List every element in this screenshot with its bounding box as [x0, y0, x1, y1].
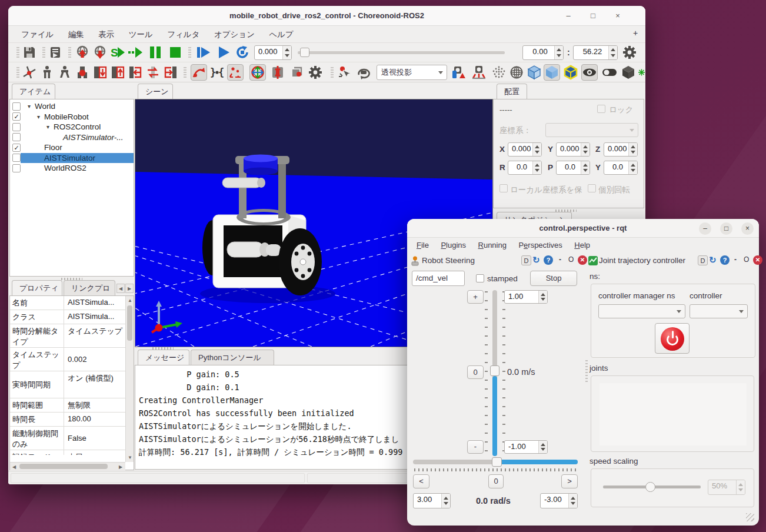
property-row[interactable]: 時間長180.00	[10, 413, 125, 427]
playback-play-button[interactable]	[215, 44, 232, 61]
minimize-button[interactable]: –	[563, 11, 574, 21]
robot-posture-button[interactable]	[39, 64, 55, 81]
minimize-button[interactable]: –	[699, 222, 711, 235]
scroll-down-button[interactable]: ▼	[127, 454, 133, 461]
pose-swap-button[interactable]	[145, 64, 161, 81]
base-link-target-button[interactable]	[249, 64, 266, 81]
sim-time-spinbox[interactable]: 0.000	[254, 45, 292, 60]
menu-edit[interactable]: 編集	[62, 27, 90, 42]
menu-perspectives[interactable]: Perspectives	[514, 240, 567, 251]
toolbar-grip[interactable]	[188, 47, 191, 59]
tab-link-properties[interactable]: リンクプロ	[64, 280, 115, 297]
playback-reset-button[interactable]	[234, 44, 251, 61]
expander-icon[interactable]: ▾	[44, 124, 52, 130]
joints-list[interactable]	[600, 383, 747, 445]
playback-step-button[interactable]	[195, 44, 212, 61]
toolbar-grip[interactable]	[16, 47, 19, 59]
highlight-button[interactable]	[562, 64, 579, 81]
tab-placement[interactable]: 配置	[497, 84, 527, 100]
dock-close-button[interactable]: ✕	[753, 255, 762, 265]
speed-spinbox[interactable]: 50%	[708, 480, 745, 495]
h-scroll-thumb[interactable]	[19, 464, 108, 469]
toolbar-grip[interactable]	[184, 67, 186, 79]
coord-frame-select[interactable]	[545, 123, 638, 137]
linear-zero-button[interactable]: 0	[467, 365, 484, 379]
resize-grip[interactable]	[746, 513, 754, 521]
z-spinbox[interactable]: 0.000	[604, 142, 638, 157]
simulation-pause-button[interactable]	[147, 44, 164, 61]
lock-checkbox[interactable]	[597, 105, 605, 113]
roll-spinbox[interactable]: 0.0	[508, 161, 542, 175]
angular-slider[interactable]	[413, 460, 578, 464]
angular-min-spinbox[interactable]: -3.00	[540, 493, 578, 508]
dock-splitter[interactable]	[585, 360, 588, 384]
scene-pick-button[interactable]	[337, 64, 353, 81]
tree-item-floor[interactable]: ✓ Floor	[10, 142, 134, 153]
tab-scene[interactable]: シーン	[138, 84, 173, 100]
collision-detect-button[interactable]	[269, 64, 286, 81]
wire-cube-button[interactable]	[526, 64, 542, 81]
property-row[interactable]: 時間範囲無制限	[10, 398, 125, 413]
property-row[interactable]: クラスAISTSimula...	[10, 310, 125, 324]
pose-copy-button[interactable]	[127, 64, 144, 81]
menu-file[interactable]: File	[412, 240, 434, 251]
stop-button[interactable]: Stop	[530, 271, 577, 286]
trajectory-edit-button[interactable]	[191, 64, 207, 81]
v-scrollbar[interactable]: ▲ ▼	[125, 296, 134, 462]
close-button[interactable]: ×	[612, 11, 623, 21]
time-bar-config-button[interactable]	[621, 44, 638, 61]
scene-rotate-button[interactable]	[355, 64, 372, 81]
linear-plus-button[interactable]: +	[467, 290, 484, 304]
scatter-move-button[interactable]	[227, 64, 244, 81]
individual-rotation-checkbox[interactable]	[588, 184, 596, 192]
local-coord-checkbox[interactable]	[499, 184, 508, 192]
center-of-mass-button[interactable]	[74, 64, 91, 81]
angular-zero-button[interactable]: 0	[488, 474, 504, 488]
menu-plus-button[interactable]: +	[633, 28, 638, 38]
simulation-stop-button[interactable]	[167, 44, 184, 61]
simulation-start-button[interactable]: S	[109, 44, 126, 61]
dock-restore-button[interactable]: O	[568, 255, 574, 264]
body-config-button[interactable]	[307, 64, 324, 81]
robot-squat-button[interactable]	[56, 64, 73, 81]
dock-dock-button[interactable]: D	[521, 255, 531, 265]
time-slider[interactable]	[298, 51, 505, 54]
linear-min-spinbox[interactable]: -1.00	[504, 440, 548, 454]
maximize-button[interactable]: □	[720, 222, 732, 235]
menu-tools[interactable]: ツール	[123, 27, 159, 42]
save-project-button[interactable]	[21, 44, 38, 61]
dock-minimize-button[interactable]: -	[734, 255, 737, 264]
item-checkbox[interactable]	[12, 102, 21, 111]
menu-file[interactable]: ファイル	[15, 27, 59, 42]
dock-help-icon[interactable]: ?	[544, 255, 553, 265]
menu-filter[interactable]: フィルタ	[161, 27, 205, 42]
dock-reload-icon[interactable]: ↻	[532, 255, 540, 265]
tree-item-aistsimulator[interactable]: AISTSimulator	[10, 153, 134, 164]
tree-item-aistsimulator-sub[interactable]: AISTSimulator-...	[10, 132, 134, 143]
dock-help-icon[interactable]: ?	[720, 255, 730, 265]
dock-minimize-button[interactable]: -	[559, 255, 561, 264]
camera-capture-button[interactable]	[451, 64, 467, 81]
item-checkbox[interactable]: ✓	[12, 112, 21, 121]
expander-icon[interactable]: ▾	[35, 114, 42, 120]
simulation-resume-button[interactable]	[127, 44, 144, 61]
angular-right-button[interactable]: >	[561, 474, 578, 488]
total-time-spinbox[interactable]: 56.22	[573, 45, 618, 60]
toolbar-grip[interactable]	[16, 67, 19, 79]
controller-manager-ns-select[interactable]	[598, 304, 685, 318]
v-scroll-thumb[interactable]	[127, 305, 132, 341]
menu-view[interactable]: 表示	[92, 27, 120, 42]
toolbar-grip[interactable]	[68, 47, 71, 59]
dock-dock-button[interactable]: D	[698, 255, 708, 265]
robot-steering-header[interactable]: Robot Steering D ↻ ? - O ✕	[409, 254, 586, 268]
toggle-mode-button[interactable]	[601, 64, 618, 81]
tab-scroll-right-button[interactable]: ▶	[125, 284, 134, 293]
yaw-spinbox[interactable]: 0.0	[604, 161, 638, 175]
angular-left-button[interactable]: <	[413, 474, 429, 488]
menu-help[interactable]: ヘルプ	[263, 27, 299, 42]
property-row[interactable]: 記録モード末尾	[10, 450, 125, 455]
dock-close-button[interactable]: ✕	[578, 255, 587, 265]
visibility-button[interactable]	[581, 64, 598, 81]
world-reload-button[interactable]	[74, 44, 91, 61]
speed-slider-handle[interactable]	[645, 482, 655, 492]
